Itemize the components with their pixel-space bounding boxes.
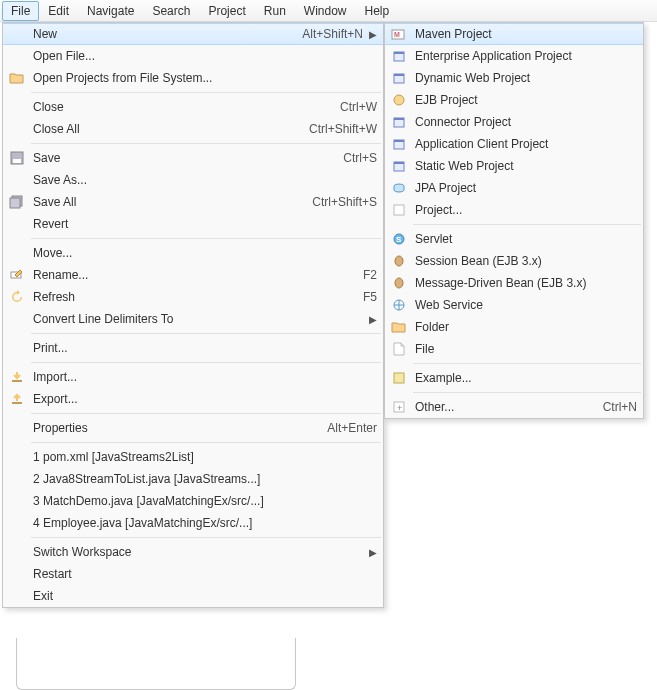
menu-item-label: JPA Project bbox=[415, 181, 637, 195]
menubar-project[interactable]: Project bbox=[199, 1, 254, 21]
new-submenu-item-other[interactable]: +Other...Ctrl+N bbox=[385, 396, 643, 418]
new-submenu-separator bbox=[413, 224, 641, 225]
blank-icon bbox=[7, 420, 27, 436]
menubar: File Edit Navigate Search Project Run Wi… bbox=[0, 0, 657, 22]
blank-icon bbox=[7, 493, 27, 509]
menu-item-label: Other... bbox=[415, 400, 593, 414]
menubar-run[interactable]: Run bbox=[255, 1, 295, 21]
example-icon bbox=[389, 370, 409, 386]
menu-item-label: Example... bbox=[415, 371, 637, 385]
file-menu-item-refresh[interactable]: RefreshF5 bbox=[3, 286, 383, 308]
file-menu-item-1-pom-xml-javastreams2list[interactable]: 1 pom.xml [JavaStreams2List] bbox=[3, 446, 383, 468]
menubar-edit[interactable]: Edit bbox=[39, 1, 78, 21]
file-menu-item-rename[interactable]: Rename...F2 bbox=[3, 264, 383, 286]
new-submenu-item-jpa-project[interactable]: JPA Project bbox=[385, 177, 643, 199]
menu-item-label: 1 pom.xml [JavaStreams2List] bbox=[33, 450, 377, 464]
new-submenu: MMaven ProjectEnterprise Application Pro… bbox=[384, 22, 644, 419]
menu-item-label: Refresh bbox=[33, 290, 353, 304]
webservice-icon bbox=[389, 297, 409, 313]
new-submenu-item-servlet[interactable]: SServlet bbox=[385, 228, 643, 250]
new-submenu-item-maven-project[interactable]: MMaven Project bbox=[385, 23, 643, 45]
export-icon bbox=[7, 391, 27, 407]
file-menu-item-open-projects-from-file-system[interactable]: Open Projects from File System... bbox=[3, 67, 383, 89]
file-menu-item-exit[interactable]: Exit bbox=[3, 585, 383, 607]
file-menu-item-new[interactable]: NewAlt+Shift+N▶ bbox=[3, 23, 383, 45]
maven-icon: M bbox=[389, 26, 409, 42]
menu-item-label: New bbox=[33, 27, 292, 41]
new-submenu-item-enterprise-application-project[interactable]: Enterprise Application Project bbox=[385, 45, 643, 67]
file-menu-item-save[interactable]: SaveCtrl+S bbox=[3, 147, 383, 169]
menubar-help[interactable]: Help bbox=[356, 1, 399, 21]
new-submenu-item-static-web-project[interactable]: Static Web Project bbox=[385, 155, 643, 177]
svg-point-18 bbox=[394, 95, 404, 105]
menu-item-label: Servlet bbox=[415, 232, 637, 246]
file-menu-item-save-as[interactable]: Save As... bbox=[3, 169, 383, 191]
blank-icon bbox=[7, 311, 27, 327]
file-menu-item-close[interactable]: CloseCtrl+W bbox=[3, 96, 383, 118]
menu-item-label: Enterprise Application Project bbox=[415, 49, 637, 63]
file-menu-item-restart[interactable]: Restart bbox=[3, 563, 383, 585]
bottom-panel bbox=[16, 638, 296, 690]
bean-icon bbox=[389, 275, 409, 291]
menu-item-label: Properties bbox=[33, 421, 317, 435]
menu-item-label: Print... bbox=[33, 341, 377, 355]
project-icon bbox=[389, 70, 409, 86]
file-menu-item-open-file[interactable]: Open File... bbox=[3, 45, 383, 67]
generic-icon bbox=[389, 202, 409, 218]
svg-rect-26 bbox=[394, 205, 404, 215]
svg-rect-10 bbox=[10, 198, 20, 208]
file-menu-item-convert-line-delimiters-to[interactable]: Convert Line Delimiters To▶ bbox=[3, 308, 383, 330]
menubar-search[interactable]: Search bbox=[143, 1, 199, 21]
new-submenu-item-example[interactable]: Example... bbox=[385, 367, 643, 389]
blank-icon bbox=[7, 515, 27, 531]
file-menu-item-move[interactable]: Move... bbox=[3, 242, 383, 264]
menu-item-label: Static Web Project bbox=[415, 159, 637, 173]
saveall-icon bbox=[7, 194, 27, 210]
new-submenu-item-folder[interactable]: Folder bbox=[385, 316, 643, 338]
menu-item-label: Close bbox=[33, 100, 330, 114]
svg-point-29 bbox=[395, 256, 403, 266]
file-menu-item-import[interactable]: Import... bbox=[3, 366, 383, 388]
file-menu-item-3-matchdemo-java-javamatchingex-src[interactable]: 3 MatchDemo.java [JavaMatchingEx/src/...… bbox=[3, 490, 383, 512]
new-submenu-item-message-driven-bean-ejb-3-x[interactable]: Message-Driven Bean (EJB 3.x) bbox=[385, 272, 643, 294]
menu-item-label: File bbox=[415, 342, 637, 356]
new-submenu-item-ejb-project[interactable]: EJB Project bbox=[385, 89, 643, 111]
new-submenu-item-application-client-project[interactable]: Application Client Project bbox=[385, 133, 643, 155]
file-menu-item-close-all[interactable]: Close AllCtrl+Shift+W bbox=[3, 118, 383, 140]
menubar-navigate[interactable]: Navigate bbox=[78, 1, 143, 21]
svg-rect-8 bbox=[13, 159, 21, 163]
menubar-file[interactable]: File bbox=[2, 1, 39, 21]
submenu-arrow-icon: ▶ bbox=[363, 547, 377, 558]
file-menu-item-revert[interactable]: Revert bbox=[3, 213, 383, 235]
menu-item-label: Export... bbox=[33, 392, 377, 406]
file-menu-item-2-java8streamtolist-java-javastreams[interactable]: 2 Java8StreamToList.java [JavaStreams...… bbox=[3, 468, 383, 490]
project-icon bbox=[389, 114, 409, 130]
file-menu-separator bbox=[31, 362, 381, 363]
file-menu-item-properties[interactable]: PropertiesAlt+Enter bbox=[3, 417, 383, 439]
menu-item-label: Message-Driven Bean (EJB 3.x) bbox=[415, 276, 637, 290]
blank-icon bbox=[7, 566, 27, 582]
file-menu-item-print[interactable]: Print... bbox=[3, 337, 383, 359]
file-menu-item-switch-workspace[interactable]: Switch Workspace▶ bbox=[3, 541, 383, 563]
new-submenu-item-connector-project[interactable]: Connector Project bbox=[385, 111, 643, 133]
new-submenu-item-session-bean-ejb-3-x[interactable]: Session Bean (EJB 3.x) bbox=[385, 250, 643, 272]
jpa-icon bbox=[389, 180, 409, 196]
menu-item-label: Save bbox=[33, 151, 333, 165]
file-menu-item-save-all[interactable]: Save AllCtrl+Shift+S bbox=[3, 191, 383, 213]
import-icon bbox=[7, 369, 27, 385]
new-submenu-item-project[interactable]: Project... bbox=[385, 199, 643, 221]
menu-item-shortcut: F2 bbox=[353, 268, 377, 282]
project-icon bbox=[389, 136, 409, 152]
refresh-icon bbox=[7, 289, 27, 305]
new-submenu-item-file[interactable]: File bbox=[385, 338, 643, 360]
new-submenu-item-web-service[interactable]: Web Service bbox=[385, 294, 643, 316]
file-menu-item-4-employee-java-javamatchingex-src[interactable]: 4 Employee.java [JavaMatchingEx/src/...] bbox=[3, 512, 383, 534]
file-menu-item-export[interactable]: Export... bbox=[3, 388, 383, 410]
bean-icon bbox=[389, 253, 409, 269]
menu-item-shortcut: Ctrl+N bbox=[593, 400, 637, 414]
menubar-window[interactable]: Window bbox=[295, 1, 356, 21]
new-submenu-item-dynamic-web-project[interactable]: Dynamic Web Project bbox=[385, 67, 643, 89]
menu-item-label: Maven Project bbox=[415, 27, 637, 41]
file-menu-separator bbox=[31, 537, 381, 538]
menu-item-label: 2 Java8StreamToList.java [JavaStreams...… bbox=[33, 472, 377, 486]
